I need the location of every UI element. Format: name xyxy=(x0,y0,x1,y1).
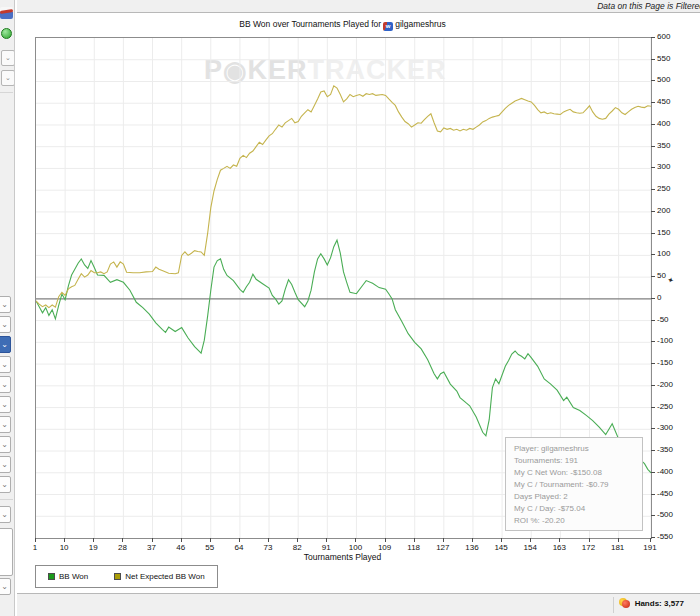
filter-dropdown-stub[interactable]: ⌄ xyxy=(0,506,11,523)
filter-note: Data on this Page is Filtered xyxy=(597,1,700,11)
y-tick-label: 600 xyxy=(657,32,670,42)
filter-dropdown-stub[interactable]: ⌄ xyxy=(0,376,11,393)
y-tick-label: -350 xyxy=(657,445,673,455)
tooltip: Player: gilgameshrusTournaments: 191My C… xyxy=(505,437,643,531)
tooltip-line: Player: gilgameshrus xyxy=(514,443,634,455)
x-tick xyxy=(559,538,560,542)
y-tick xyxy=(651,494,655,495)
site-icon: w xyxy=(383,22,393,31)
y-tick-label: -450 xyxy=(657,489,673,499)
status-bar: Hands: 3,577 xyxy=(17,593,700,616)
panel-splitter[interactable] xyxy=(14,0,17,616)
chart-title: BB Won over Tournaments Played forwgilga… xyxy=(35,19,650,31)
y-tick-label: 350 xyxy=(657,141,670,151)
y-tick xyxy=(651,276,655,277)
x-tick xyxy=(472,538,473,542)
x-tick xyxy=(93,538,94,542)
filter-dropdown-stub[interactable]: ⌄ xyxy=(0,296,11,313)
x-tick xyxy=(35,538,36,542)
left-panel-edge: ⌄ ⌄ ⌄ ⌄ ⌄ ⌄ ⌄ ⌄ ⌄ ⌄ ⌄ ⌄ ⌄ ⌄ xyxy=(0,0,14,616)
toolbar-button[interactable]: ⌄ xyxy=(1,70,15,86)
filter-dropdown-stub[interactable]: ⌄ xyxy=(0,356,11,373)
y-tick xyxy=(651,407,655,408)
x-tick xyxy=(443,538,444,542)
x-tick xyxy=(501,538,502,542)
x-tick-label: 46 xyxy=(166,543,196,552)
filter-dropdown-stub[interactable]: ⌄ xyxy=(0,416,11,433)
chart-title-prefix: BB Won over Tournaments Played for xyxy=(239,19,381,29)
rail-separator xyxy=(0,92,13,93)
y-tick-label: 150 xyxy=(657,228,670,238)
x-tick-label: 136 xyxy=(457,543,487,552)
y-tick xyxy=(651,341,655,342)
y-tick-label: 400 xyxy=(657,119,670,129)
legend-item: Net Expected BB Won xyxy=(114,572,204,581)
x-tick-label: 172 xyxy=(574,543,604,552)
tooltip-line: Tournaments: 191 xyxy=(514,455,634,467)
y-tick-label: 250 xyxy=(657,184,670,194)
x-tick xyxy=(210,538,211,542)
tooltip-line: My C / Day: -$75.04 xyxy=(514,503,634,515)
legend-label: BB Won xyxy=(59,572,88,581)
series-net-expected-bb-won[interactable] xyxy=(36,86,651,308)
x-tick-label: 64 xyxy=(224,543,254,552)
x-tick xyxy=(618,538,619,542)
hands-count: Hands: 3,577 xyxy=(635,599,684,608)
x-tick xyxy=(589,538,590,542)
x-tick xyxy=(268,538,269,542)
y-tick-label: 50 xyxy=(657,271,666,281)
x-tick-label: 191 xyxy=(635,543,665,552)
y-tick-label: 450 xyxy=(657,97,670,107)
legend-swatch xyxy=(48,573,55,580)
pokertracker-window: ⌄ ⌄ ⌄ ⌄ ⌄ ⌄ ⌄ ⌄ ⌄ ⌄ ⌄ ⌄ ⌄ ⌄ Data on this… xyxy=(0,0,700,616)
x-tick-label: 73 xyxy=(253,543,283,552)
tooltip-line: ROI %: -20.20 xyxy=(514,515,634,527)
tooltip-line: My C / Tournament: -$0.79 xyxy=(514,479,634,491)
y-tick-label: 500 xyxy=(657,75,670,85)
x-tick xyxy=(181,538,182,542)
y-tick xyxy=(651,102,655,103)
legend-swatch xyxy=(114,573,121,580)
x-tick-label: 127 xyxy=(428,543,458,552)
x-tick-label: 181 xyxy=(603,543,633,552)
chart-icon[interactable] xyxy=(0,7,13,19)
x-tick xyxy=(64,538,65,542)
filter-dropdown-stub[interactable]: ⌄ xyxy=(0,476,11,493)
filter-dropdown-stub[interactable]: ⌄ xyxy=(0,456,11,473)
y-tick xyxy=(651,450,655,451)
legend-item: BB Won xyxy=(48,572,88,581)
x-tick-label: 118 xyxy=(399,543,429,552)
filter-dropdown-stub[interactable]: ⌄ xyxy=(0,396,11,413)
y-tick xyxy=(651,37,655,38)
list-box-stub[interactable] xyxy=(0,528,13,576)
filter-dropdown-stub[interactable]: ⌄ xyxy=(0,436,11,453)
rail-separator xyxy=(0,499,13,500)
y-tick-label: 100 xyxy=(657,249,670,259)
x-tick-label: 37 xyxy=(137,543,167,552)
x-tick-label: 100 xyxy=(340,543,370,552)
y-tick-label: -550 xyxy=(657,532,673,542)
x-tick-label: 145 xyxy=(486,543,516,552)
filter-dropdown-stub[interactable]: ⌄ xyxy=(0,316,11,333)
filter-dropdown-stub-selected[interactable]: ⌄ xyxy=(0,336,11,353)
y-tick-label: -150 xyxy=(657,358,673,368)
x-tick-label: 91 xyxy=(311,543,341,552)
x-tick-label: 28 xyxy=(107,543,137,552)
tooltip-line: My C Net Won: -$150.08 xyxy=(514,467,634,479)
y-tick-label: -50 xyxy=(657,315,669,325)
y-tick xyxy=(651,472,655,473)
filter-dropdown-stub[interactable]: ⌄ xyxy=(0,578,11,595)
y-tick-label: -400 xyxy=(657,467,673,477)
x-tick xyxy=(326,538,327,542)
filter-strip: Data on this Page is Filtered xyxy=(17,0,700,12)
x-tick xyxy=(650,538,651,542)
y-tick xyxy=(651,59,655,60)
legend: BB WonNet Expected BB Won xyxy=(35,565,218,588)
toolbar-button[interactable]: ⌄ xyxy=(1,50,15,66)
x-tick xyxy=(355,538,356,542)
x-tick xyxy=(152,538,153,542)
x-tick-label: 55 xyxy=(195,543,225,552)
y-tick-label: 550 xyxy=(657,54,670,64)
y-tick xyxy=(651,537,655,538)
x-tick-label: 10 xyxy=(49,543,79,552)
